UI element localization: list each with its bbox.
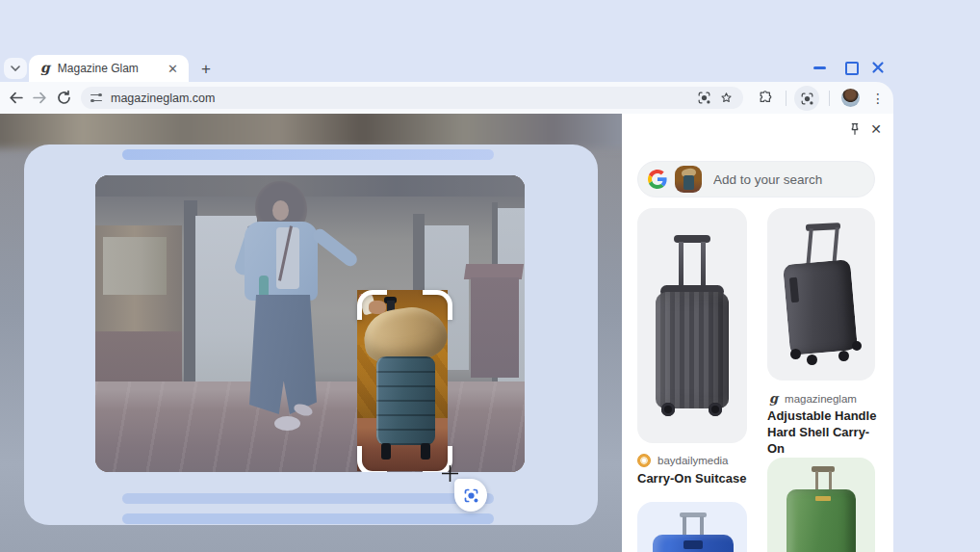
tab-close-icon[interactable]: ✕ [165, 63, 181, 75]
panel-close-button[interactable]: ✕ [867, 120, 885, 138]
product-source[interactable]: baydailymedia [637, 454, 729, 467]
tab-magazine-glam[interactable]: g Magazine Glam ✕ [29, 55, 189, 82]
lens-dim-overlay [95, 471, 525, 472]
forward-button[interactable] [32, 90, 48, 106]
chevron-down-icon [11, 66, 20, 71]
skeleton-text-bar [122, 513, 494, 524]
suitcase-wheel [852, 341, 862, 351]
search-input[interactable] [711, 171, 864, 188]
suitcase-handle-post [815, 471, 818, 489]
product-card-carry-on-suitcase[interactable] [637, 208, 747, 443]
close-icon [871, 61, 885, 74]
suitcase-handle-post [829, 471, 832, 489]
skeleton-text-bar [122, 493, 494, 504]
product-source-label: baydailymedia [658, 455, 729, 466]
product-card-blue-suitcase[interactable] [637, 502, 747, 552]
suitcase-wheel [661, 403, 675, 416]
selection-thumbnail[interactable] [675, 166, 702, 193]
product-title[interactable]: Adjustable Handle Hard Shell Carry-On [767, 407, 887, 457]
screenshot-canvas: g Magazine Glam ✕ + magazineglam.com [0, 0, 980, 552]
selection-handle-bottom-left[interactable] [357, 446, 387, 472]
site-favicon: g [40, 60, 50, 75]
address-bar[interactable]: magazineglam.com [81, 87, 743, 109]
lens-omnibox-icon[interactable] [697, 91, 711, 105]
maximize-button[interactable] [845, 62, 859, 75]
google-logo-icon [648, 170, 667, 189]
lens-floating-button[interactable] [454, 479, 487, 512]
browser-menu-icon[interactable]: ⋮ [871, 89, 885, 107]
article-photo[interactable] [95, 175, 525, 472]
page-hero-image [0, 114, 622, 148]
lens-dim-overlay [95, 175, 525, 290]
suitcase-body [783, 259, 858, 355]
pin-icon [847, 121, 863, 137]
suitcase-brand-plate [815, 496, 831, 501]
lens-search-bar[interactable] [637, 161, 875, 197]
product-card-hard-shell-carry-on[interactable] [767, 208, 875, 381]
product-source[interactable]: g magazineglam [769, 391, 857, 406]
tab-search-button[interactable] [4, 58, 27, 79]
pin-panel-button[interactable] [847, 121, 863, 137]
suitcase-handle-post [683, 516, 686, 536]
suitcase-body [376, 356, 435, 445]
baydailymedia-favicon [637, 454, 651, 467]
back-button[interactable] [8, 90, 24, 106]
site-favicon: g [769, 391, 778, 406]
suitcase-wheel [838, 351, 849, 361]
toolbar-divider [829, 91, 830, 106]
lens-toolbar-button[interactable] [794, 86, 819, 111]
webpage-viewport [0, 114, 622, 552]
product-source-label: magazineglam [785, 393, 857, 405]
lens-dim-overlay [448, 290, 525, 471]
product-card-green-suitcase[interactable] [767, 458, 875, 552]
suitcase-wheel [790, 349, 801, 359]
extensions-puzzle-icon[interactable] [758, 90, 774, 106]
new-tab-button[interactable]: + [194, 58, 218, 81]
selection-handle-top-right[interactable] [423, 290, 452, 320]
bookmark-star-icon[interactable] [719, 91, 734, 105]
suitcase-wheel [807, 355, 817, 365]
url-text: magazineglam.com [111, 92, 697, 105]
profile-avatar[interactable] [841, 89, 860, 107]
minimize-button[interactable] [813, 66, 826, 69]
lens-icon [463, 487, 479, 504]
tab-title: Magazine Glam [58, 62, 165, 75]
suitcase-body [656, 292, 729, 408]
skeleton-text-bar [122, 149, 494, 160]
lens-dim-overlay [95, 290, 357, 471]
product-title[interactable]: Carry-On Suitcase [637, 470, 762, 486]
thumb-suitcase [683, 175, 694, 190]
toolbar-divider [786, 91, 787, 106]
suitcase-latch [683, 540, 703, 549]
suitcase-wheel [709, 403, 722, 416]
reload-button[interactable] [56, 90, 72, 106]
suitcase-handle-post [700, 516, 704, 536]
window-close-button[interactable] [871, 61, 885, 74]
selection-handle-top-left[interactable] [357, 290, 387, 320]
suitcase-handle-post [806, 228, 812, 267]
site-settings-icon[interactable] [90, 93, 102, 103]
lens-icon [800, 92, 814, 106]
